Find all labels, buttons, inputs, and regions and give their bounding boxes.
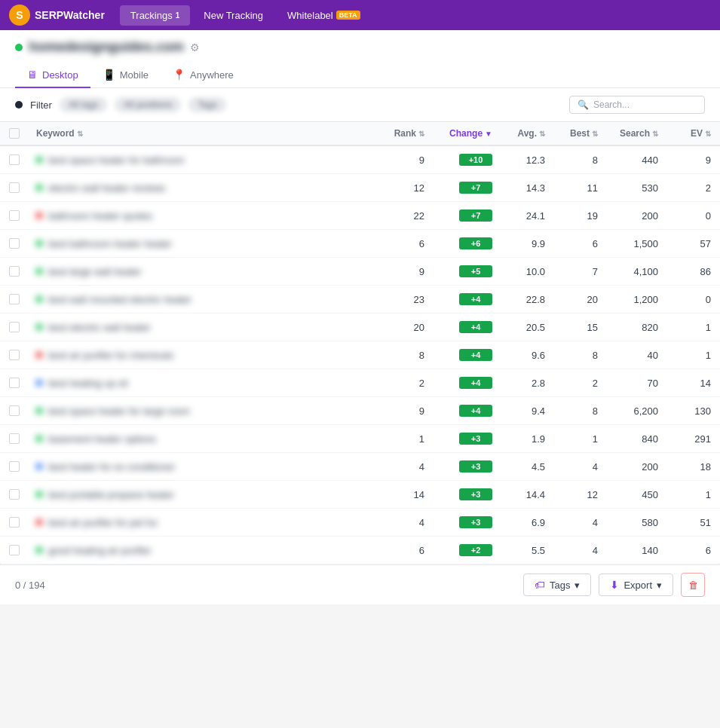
row-keyword-cell: basement heater options: [36, 433, 364, 445]
table-row: best space heater for large room 9 +4 9.…: [0, 397, 720, 425]
row-rank-cell: 4: [364, 517, 424, 528]
row-keyword-cell: best portable propane heater: [36, 489, 364, 500]
tags-label: Tags: [550, 580, 570, 591]
row-keyword-cell: best bathroom heater heater: [36, 238, 364, 249]
row-checkbox-cell: [9, 433, 36, 444]
row-rank-cell: 9: [364, 405, 424, 417]
row-avg-cell: 20.5: [492, 322, 545, 333]
row-avg-cell: 24.1: [492, 210, 545, 222]
row-checkbox[interactable]: [9, 378, 20, 388]
th-keyword[interactable]: Keyword ⇅: [36, 128, 364, 139]
row-search-cell: 820: [598, 322, 658, 333]
table-row: best space heater for bathroom 9 +10 12.…: [0, 146, 720, 174]
export-icon: ⬇: [610, 579, 619, 591]
row-checkbox[interactable]: [9, 517, 20, 528]
tab-mobile[interactable]: 📱 Mobile: [90, 63, 161, 88]
keyword-text: best wall mounted electric heater: [36, 294, 191, 305]
th-rank-sort-icon: ⇅: [418, 130, 424, 138]
row-keyword-cell: best space heater for large room: [36, 405, 364, 417]
row-search-cell: 40: [598, 350, 658, 361]
th-change[interactable]: Change ▼: [424, 128, 492, 139]
row-search-cell: 840: [598, 433, 658, 445]
row-search-cell: 440: [598, 154, 658, 166]
row-avg-cell: 4.5: [492, 461, 545, 473]
row-checkbox[interactable]: [9, 545, 20, 555]
row-avg-cell: 14.3: [492, 182, 545, 194]
filter-tag-tags[interactable]: Tags: [188, 97, 225, 112]
row-checkbox[interactable]: [9, 433, 20, 444]
tab-desktop[interactable]: 🖥 Desktop: [15, 63, 90, 88]
row-checkbox[interactable]: [9, 322, 20, 332]
row-change-cell: +4: [424, 377, 492, 389]
trackings-count: 1: [176, 11, 180, 20]
filter-button[interactable]: Filter: [30, 99, 52, 111]
th-search-sort-icon: ⇅: [652, 130, 658, 138]
row-ev-cell: 9: [658, 154, 711, 166]
row-change-cell: +7: [424, 210, 492, 222]
row-checkbox[interactable]: [9, 294, 20, 304]
keyword-text: best air purifier for pet fur: [36, 517, 158, 528]
th-best[interactable]: Best ⇅: [545, 128, 598, 139]
keyword-dot: [36, 547, 42, 553]
export-button[interactable]: ⬇ Export ▾: [599, 574, 673, 596]
nav-item-trackings[interactable]: Trackings 1: [120, 5, 190, 26]
th-ev[interactable]: EV ⇅: [658, 128, 711, 139]
change-badge: +3: [459, 433, 492, 445]
row-search-cell: 4,100: [598, 266, 658, 277]
row-checkbox[interactable]: [9, 461, 20, 472]
th-checkbox[interactable]: [9, 128, 36, 139]
table-row: best bathroom heater heater 6 +6 9.9 6 1…: [0, 230, 720, 258]
filter-bar: Filter All tags All positions Tags 🔍: [0, 88, 720, 122]
row-best-cell: 19: [545, 210, 598, 222]
row-rank-cell: 9: [364, 266, 424, 277]
row-change-cell: +7: [424, 182, 492, 194]
row-checkbox-cell: [9, 210, 36, 221]
nav-item-new-tracking[interactable]: New Tracking: [193, 5, 274, 26]
table-header: Keyword ⇅ Rank ⇅ Change ▼ Avg. ⇅ Best ⇅ …: [0, 122, 720, 146]
row-change-cell: +4: [424, 405, 492, 417]
row-search-cell: 70: [598, 378, 658, 389]
footer: 0 / 194 🏷 Tags ▾ ⬇ Export ▾ 🗑: [0, 564, 720, 604]
row-checkbox[interactable]: [9, 350, 20, 360]
row-change-cell: +4: [424, 321, 492, 333]
row-rank-cell: 12: [364, 182, 424, 194]
change-badge: +5: [459, 265, 492, 277]
filter-tag-all-positions[interactable]: All positions: [115, 97, 181, 112]
keyword-text: best space heater for large room: [36, 405, 190, 417]
row-best-cell: 7: [545, 266, 598, 277]
delete-button[interactable]: 🗑: [681, 573, 705, 597]
row-checkbox[interactable]: [9, 405, 20, 416]
th-rank[interactable]: Rank ⇅: [364, 128, 424, 139]
th-ev-sort-icon: ⇅: [705, 130, 711, 138]
domain-settings-icon[interactable]: ⚙: [190, 41, 200, 54]
search-input[interactable]: [593, 99, 697, 110]
row-checkbox[interactable]: [9, 266, 20, 277]
row-checkbox[interactable]: [9, 182, 20, 193]
logo[interactable]: S SERPWatcher: [9, 5, 105, 26]
nav-item-whitelabel[interactable]: Whitelabel BETA: [277, 5, 371, 26]
th-search[interactable]: Search ⇅: [598, 128, 658, 139]
th-avg[interactable]: Avg. ⇅: [492, 128, 545, 139]
keyword-dot: [36, 408, 42, 414]
row-checkbox[interactable]: [9, 210, 20, 221]
row-keyword-cell: bathroom heater quotes: [36, 210, 364, 222]
row-rank-cell: 6: [364, 545, 424, 556]
filter-status-dot: [15, 101, 23, 109]
filter-tag-all-tags[interactable]: All tags: [60, 97, 107, 112]
row-ev-cell: 0: [658, 294, 711, 305]
footer-actions: 🏷 Tags ▾ ⬇ Export ▾ 🗑: [523, 573, 705, 597]
row-best-cell: 12: [545, 489, 598, 500]
tab-anywhere[interactable]: 📍 Anywhere: [161, 63, 246, 88]
tags-icon: 🏷: [535, 579, 545, 591]
row-checkbox[interactable]: [9, 154, 20, 165]
select-all-checkbox[interactable]: [9, 128, 20, 139]
change-badge: +10: [459, 154, 492, 166]
row-checkbox[interactable]: [9, 489, 20, 500]
row-checkbox[interactable]: [9, 238, 20, 249]
table-row: best portable propane heater 14 +3 14.4 …: [0, 481, 720, 509]
th-change-label: Change: [449, 128, 483, 139]
tags-button[interactable]: 🏷 Tags ▾: [523, 574, 591, 596]
device-tabs: 🖥 Desktop 📱 Mobile 📍 Anywhere: [15, 63, 705, 87]
nav-trackings-label: Trackings: [130, 10, 173, 21]
row-checkbox-cell: [9, 350, 36, 360]
